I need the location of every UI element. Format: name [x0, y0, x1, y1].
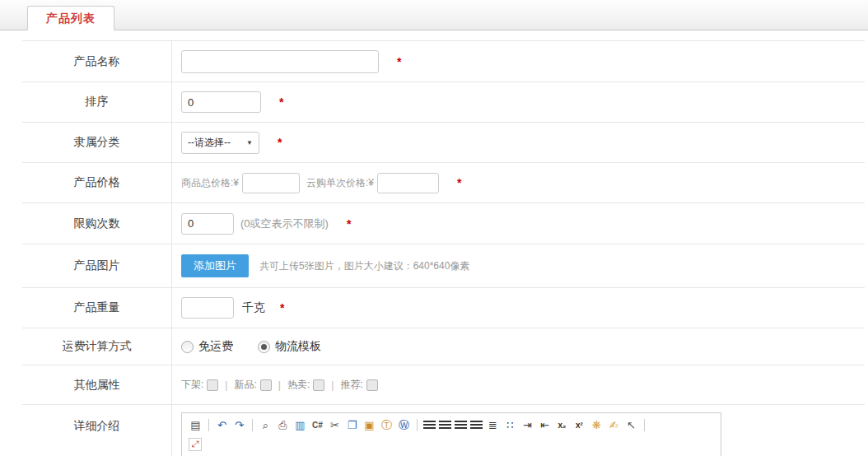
radio-free-shipping-label: 免运费: [198, 339, 233, 354]
cut-icon[interactable]: ✂: [328, 418, 342, 432]
row-weight: 产品重量 千克 *: [22, 288, 865, 328]
subscript-icon[interactable]: x₂: [555, 418, 569, 432]
checkbox-hot-sale-label: 热卖:: [287, 378, 310, 392]
quick-format-icon[interactable]: ✍: [607, 418, 621, 432]
preview-icon[interactable]: ⌕: [259, 418, 273, 432]
radio-logistics-template[interactable]: 物流模板: [258, 339, 321, 354]
radio-logistics-template-label: 物流模板: [275, 339, 321, 354]
weight-unit: 千克: [242, 300, 265, 315]
align-justify-icon[interactable]: [470, 421, 483, 430]
outdent-icon[interactable]: ⇤: [538, 418, 552, 432]
product-edit-page: 产品列表 产品名称 * 排序 * 隶属分类 --请选择-- *: [0, 0, 868, 456]
toolbar-separator: [417, 419, 418, 431]
description-label: 详细介绍: [22, 405, 172, 456]
row-description: 详细介绍 ▤↶↷⌕⎙▥C#✂❐▣ⓉⓌ≣∷⇥⇤x₂x²❋✍↖⤢H1FTAABIUA…: [22, 405, 865, 456]
row-product-name: 产品名称 *: [22, 41, 865, 82]
select-all-icon[interactable]: ↖: [624, 418, 638, 432]
required-asterisk: *: [278, 136, 282, 149]
print-icon[interactable]: ⎙: [276, 418, 290, 432]
shipping-method-label: 运费计算方式: [22, 328, 172, 365]
weight-input[interactable]: [181, 297, 234, 319]
checkbox-off-shelf[interactable]: [207, 379, 218, 391]
copy-icon[interactable]: ❐: [345, 418, 359, 432]
tab-bar: 产品列表: [0, 0, 868, 30]
row-purchase-limit: 限购次数 (0或空表示不限制) *: [22, 203, 865, 244]
rich-text-editor: ▤↶↷⌕⎙▥C#✂❐▣ⓉⓌ≣∷⇥⇤x₂x²❋✍↖⤢H1FTAABIUABC⇅⌫◉…: [181, 412, 721, 456]
template-icon[interactable]: ▥: [293, 418, 307, 432]
category-select[interactable]: --请选择--: [181, 132, 259, 154]
superscript-icon[interactable]: x²: [572, 418, 586, 432]
clear-format-icon[interactable]: ❋: [590, 418, 604, 432]
purchase-limit-input[interactable]: [181, 213, 234, 235]
ordered-list-icon[interactable]: ≣: [486, 418, 500, 432]
checkbox-recommend[interactable]: [366, 379, 378, 391]
html-code-icon[interactable]: C#: [310, 418, 324, 432]
attribute-separator: |: [278, 379, 281, 391]
product-images-label: 产品图片: [22, 244, 172, 287]
checkbox-new-product[interactable]: [260, 379, 272, 391]
checkbox-recommend-label: 推荐:: [340, 378, 362, 392]
attribute-separator: |: [331, 379, 334, 391]
editor-toolbar: ▤↶↷⌕⎙▥C#✂❐▣ⓉⓌ≣∷⇥⇤x₂x²❋✍↖⤢H1FTAABIUABC⇅⌫◉…: [182, 413, 721, 456]
paste-from-word-icon[interactable]: Ⓦ: [397, 418, 411, 432]
add-image-button[interactable]: 添加图片: [181, 254, 249, 277]
row-other-attributes: 其他属性 下架:|新品:|热卖:|推荐:: [22, 365, 865, 405]
align-center-icon[interactable]: [439, 421, 451, 430]
fullscreen-icon[interactable]: ⤢: [189, 438, 202, 451]
undo-icon[interactable]: ↶: [215, 418, 229, 432]
row-category: 隶属分类 --请选择-- *: [22, 123, 865, 163]
shipping-options: 免运费物流模板: [172, 328, 865, 365]
product-name-input[interactable]: [181, 50, 379, 73]
sort-input[interactable]: [181, 91, 261, 113]
total-price-prefix: 商品总价格:¥: [181, 176, 239, 190]
checkbox-hot-sale[interactable]: [313, 379, 324, 391]
weight-label: 产品重量: [22, 288, 172, 328]
source-code-icon[interactable]: ▤: [189, 418, 203, 432]
radio-logistics-template-control[interactable]: [258, 341, 270, 353]
required-asterisk: *: [457, 176, 461, 189]
attribute-checkboxes: 下架:|新品:|热卖:|推荐:: [172, 365, 865, 404]
toolbar-separator: [208, 419, 209, 431]
toolbar-separator: [644, 419, 645, 431]
checkbox-off-shelf-label: 下架:: [181, 378, 203, 392]
image-upload-hint: 共可上传5张图片，图片大小建议：640*640像素: [259, 259, 469, 273]
total-price-input[interactable]: [242, 173, 300, 193]
sort-label: 排序: [22, 82, 172, 122]
indent-icon[interactable]: ⇥: [520, 418, 534, 432]
paste-as-text-icon[interactable]: Ⓣ: [380, 418, 394, 432]
product-form: 产品名称 * 排序 * 隶属分类 --请选择-- * 产品价格: [22, 40, 865, 456]
other-attributes-label: 其他属性: [22, 365, 172, 404]
single-price-input[interactable]: [377, 173, 439, 193]
row-product-images: 产品图片 添加图片 共可上传5张图片，图片大小建议：640*640像素: [22, 244, 865, 288]
align-left-icon[interactable]: [423, 421, 436, 430]
row-sort: 排序 *: [22, 82, 865, 123]
checkbox-new-product-label: 新品:: [234, 378, 256, 392]
purchase-limit-hint: (0或空表示不限制): [240, 216, 329, 231]
align-right-icon[interactable]: [455, 421, 467, 430]
tab-product-list[interactable]: 产品列表: [27, 6, 114, 30]
redo-icon[interactable]: ↷: [232, 418, 246, 432]
price-label: 产品价格: [22, 163, 172, 202]
required-asterisk: *: [397, 55, 401, 68]
row-shipping-method: 运费计算方式 免运费物流模板: [22, 328, 865, 365]
product-name-label: 产品名称: [22, 41, 172, 81]
required-asterisk: *: [279, 95, 283, 109]
category-selected-value: --请选择--: [188, 136, 231, 150]
row-price: 产品价格 商品总价格:¥ 云购单次价格:¥ *: [22, 163, 865, 203]
required-asterisk: *: [280, 301, 284, 314]
category-label: 隶属分类: [22, 123, 172, 162]
toolbar-separator: [252, 419, 253, 431]
purchase-limit-label: 限购次数: [22, 203, 172, 244]
attribute-separator: |: [225, 379, 227, 391]
radio-free-shipping[interactable]: 免运费: [181, 339, 233, 354]
single-price-prefix: 云购单次价格:¥: [306, 176, 374, 190]
radio-free-shipping-control[interactable]: [181, 341, 194, 353]
paste-icon[interactable]: ▣: [362, 418, 376, 432]
required-asterisk: *: [347, 217, 351, 230]
unordered-list-icon[interactable]: ∷: [503, 418, 517, 432]
